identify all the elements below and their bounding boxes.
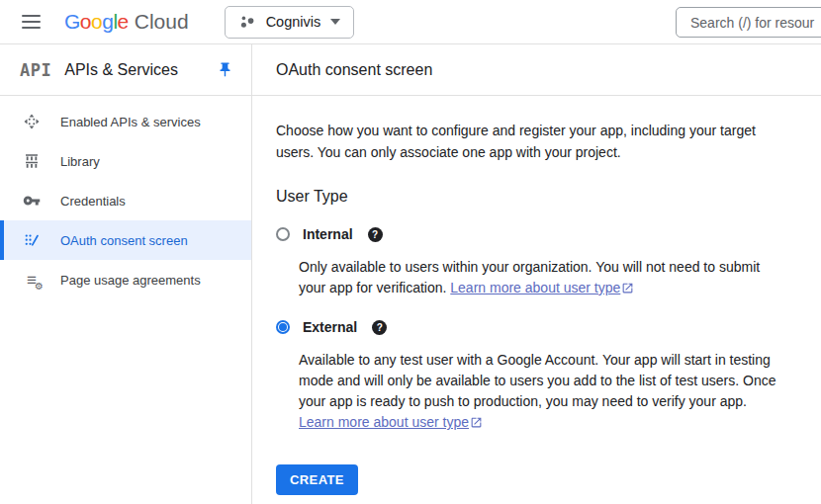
internal-description: Only available to users within your orga… — [299, 257, 788, 298]
user-type-heading: User Type — [276, 187, 797, 206]
sidebar-item-label: Page usage agreements — [60, 273, 201, 288]
help-icon[interactable]: ? — [368, 227, 383, 242]
sidebar-item-page-usage-agreements[interactable]: ≡ ⚙ Page usage agreements — [0, 260, 251, 299]
enabled-apis-icon — [22, 112, 42, 131]
consent-screen-icon — [22, 230, 42, 250]
radio-external-label[interactable]: External — [303, 319, 357, 335]
pin-icon[interactable] — [217, 61, 233, 78]
topbar: Google Cloud Cognivis — [0, 0, 821, 44]
intro-text: Choose how you want to configure and reg… — [276, 120, 771, 163]
api-logo: API — [20, 60, 51, 80]
learn-more-link[interactable]: Learn more about user type — [450, 280, 634, 295]
logo-letter: o — [91, 10, 102, 34]
user-type-option-external: External ? — [276, 318, 797, 336]
project-name: Cognivis — [266, 14, 321, 30]
key-icon — [22, 191, 42, 210]
create-button[interactable]: CREATE — [276, 464, 358, 495]
external-description: Available to any test user with a Google… — [299, 350, 788, 433]
logo-letter: G — [64, 10, 80, 34]
project-icon — [238, 13, 256, 31]
chevron-down-icon — [330, 19, 340, 25]
sidebar-item-label: Enabled APIs & services — [60, 115, 201, 129]
external-description-text: Available to any test user with a Google… — [299, 352, 776, 409]
sidebar-header: API APIs & Services — [0, 44, 251, 96]
sidebar-item-credentials[interactable]: Credentials — [0, 181, 251, 220]
logo-letter: g — [102, 10, 113, 34]
open-in-new-icon — [621, 282, 634, 294]
open-in-new-icon — [470, 416, 483, 429]
page-content: Choose how you want to configure and reg… — [252, 96, 821, 495]
sidebar-item-library[interactable]: Library — [0, 141, 251, 181]
project-selector[interactable]: Cognivis — [225, 6, 355, 39]
user-type-option-internal: Internal ? — [276, 225, 797, 243]
sidebar-item-oauth-consent-screen[interactable]: OAuth consent screen — [0, 220, 251, 260]
page-header: OAuth consent screen — [252, 44, 821, 96]
logo-cloud-text: Cloud — [135, 10, 189, 34]
sidebar-item-label: Credentials — [60, 194, 126, 209]
logo-letter: o — [80, 10, 91, 34]
radio-external[interactable] — [276, 320, 290, 334]
help-icon[interactable]: ? — [372, 320, 387, 335]
search-input[interactable] — [676, 7, 821, 38]
learn-more-link[interactable]: Learn more about user type — [299, 414, 483, 430]
radio-internal[interactable] — [276, 227, 290, 241]
logo-letter: e — [118, 10, 129, 34]
radio-internal-label[interactable]: Internal — [303, 226, 353, 242]
main-panel: OAuth consent screen Choose how you want… — [252, 44, 821, 504]
sidebar: API APIs & Services Enabled APIs & servi… — [0, 44, 252, 504]
agreements-gear-icon: ≡ ⚙ — [22, 270, 42, 290]
sidebar-title: APIs & Services — [64, 61, 178, 79]
library-icon — [22, 151, 42, 171]
sidebar-item-enabled-apis[interactable]: Enabled APIs & services — [0, 102, 251, 141]
sidebar-item-label: Library — [60, 154, 100, 169]
page-title: OAuth consent screen — [276, 61, 432, 79]
sidebar-item-label: OAuth consent screen — [60, 233, 188, 248]
google-cloud-logo: Google Cloud — [64, 10, 189, 34]
hamburger-menu-icon[interactable] — [22, 15, 41, 29]
sidebar-nav: Enabled APIs & services Library — [0, 96, 251, 299]
